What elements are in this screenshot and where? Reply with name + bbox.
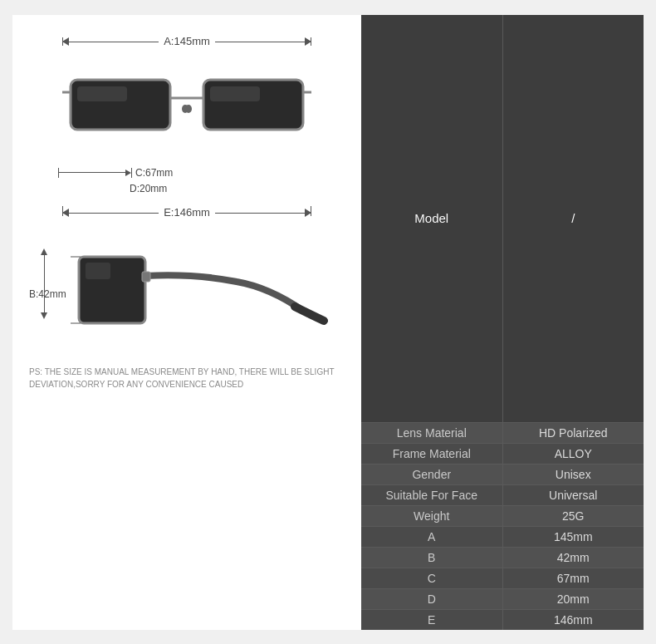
spec-row-label: A — [361, 527, 503, 547]
spec-row-value: ALLOY — [503, 444, 644, 464]
dim-e-line: E:146mm — [37, 203, 336, 223]
spec-row: B42mm — [361, 548, 644, 568]
spec-row: Lens MaterialHD Polarized — [361, 423, 644, 444]
c-tick-end — [131, 168, 132, 178]
spec-header-row: Model / — [361, 15, 644, 423]
main-container: A:145mm — [12, 15, 644, 630]
spec-row: Suitable For FaceUniversal — [361, 485, 644, 506]
spec-row: C67mm — [361, 568, 644, 589]
spec-row-label: C — [361, 568, 503, 588]
glasses-front-view — [54, 55, 320, 163]
spec-row-label: Suitable For Face — [361, 485, 503, 505]
spec-row-label: B — [361, 548, 503, 568]
c-line — [59, 172, 125, 173]
spec-row-label: D — [361, 589, 503, 609]
svg-rect-11 — [142, 272, 150, 282]
dim-b-label: B:42mm — [29, 288, 66, 300]
specs-table: Model / Lens MaterialHD PolarizedFrame M… — [361, 15, 644, 630]
b-v-line — [44, 255, 45, 312]
glasses-side-svg — [46, 236, 328, 352]
e-tick-right — [311, 206, 311, 216]
svg-rect-6 — [210, 86, 260, 101]
spec-row: Weight25G — [361, 506, 644, 527]
spec-row-value: 42mm — [503, 548, 644, 568]
spec-row: GenderUnisex — [361, 465, 644, 485]
spec-row-value: 67mm — [503, 568, 644, 588]
ps-note: PS: THE SIZE IS MANUAL MEASUREMENT BY HA… — [29, 366, 345, 391]
e-arrow-left — [62, 209, 69, 217]
left-panel: A:145mm — [12, 15, 361, 630]
spec-row: D20mm — [361, 589, 644, 610]
header-value: / — [503, 15, 644, 422]
header-label: Model — [361, 15, 503, 422]
spec-row-value: 146mm — [503, 610, 644, 630]
glasses-front-svg — [62, 59, 311, 159]
b-arrow-up — [41, 248, 47, 255]
glasses-side-view: B:42mm — [29, 228, 345, 361]
c-arrow — [125, 170, 131, 176]
spec-row-value: 25G — [503, 506, 644, 526]
dim-c-row: C:67mm — [58, 165, 173, 181]
dim-a-line: A:145mm — [29, 32, 345, 52]
spec-rows-container: Lens MaterialHD PolarizedFrame MaterialA… — [361, 423, 644, 630]
spec-row-label: Lens Material — [361, 423, 503, 443]
dim-a-label: A:145mm — [159, 35, 215, 47]
spec-row-label: Frame Material — [361, 444, 503, 464]
dim-c-label: C:67mm — [135, 167, 173, 179]
spec-row: E146mm — [361, 610, 644, 630]
spec-row-value: 145mm — [503, 527, 644, 547]
spec-row-label: E — [361, 610, 503, 630]
spec-row-value: 20mm — [503, 589, 644, 609]
spec-row-value: Universal — [503, 485, 644, 505]
spec-row-label: Weight — [361, 506, 503, 526]
svg-point-8 — [185, 105, 192, 113]
dim-e-label: E:146mm — [159, 206, 215, 219]
spec-row-value: HD Polarized — [503, 423, 644, 443]
b-arrow-down — [41, 312, 47, 319]
svg-rect-5 — [77, 86, 127, 101]
svg-rect-10 — [86, 263, 110, 279]
spec-row: A145mm — [361, 527, 644, 548]
spec-row-value: Unisex — [503, 465, 644, 484]
spec-row: Frame MaterialALLOY — [361, 444, 644, 465]
tick-right — [311, 37, 311, 46]
spec-row-label: Gender — [361, 465, 503, 484]
dim-cd: C:67mm D:20mm — [58, 165, 324, 194]
dim-b-vertical — [41, 248, 47, 319]
dim-d-label: D:20mm — [130, 183, 167, 194]
arrow-left — [62, 37, 69, 46]
